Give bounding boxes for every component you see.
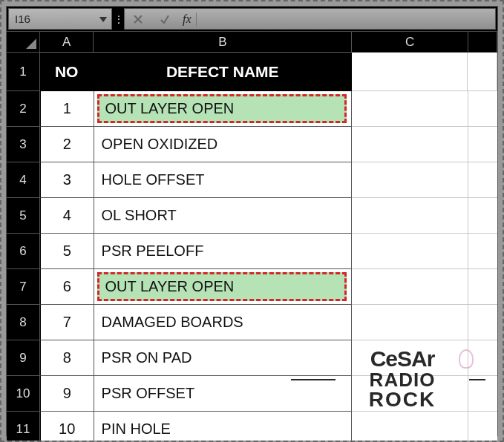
empty-cell[interactable] <box>352 53 468 91</box>
row-number[interactable]: 2 <box>7 91 40 127</box>
empty-cell[interactable] <box>352 198 468 234</box>
duplicate-highlight: OUT LAYER OPEN <box>97 94 347 123</box>
empty-cell[interactable] <box>468 412 498 442</box>
formula-confirm-button[interactable] <box>151 9 178 29</box>
table-row: 65PSR PEELOFF <box>7 234 497 269</box>
column-header-C[interactable]: C <box>352 32 468 53</box>
column-header-A[interactable]: A <box>40 32 94 53</box>
no-cell[interactable]: 1 <box>40 91 94 127</box>
empty-cell[interactable] <box>468 127 498 162</box>
table-row: 76OUT LAYER OPEN <box>7 269 497 305</box>
table-row: 109PSR OFFSET <box>7 376 497 412</box>
empty-cell[interactable] <box>352 127 468 162</box>
empty-cell[interactable] <box>352 376 468 412</box>
table-row: 21OUT LAYER OPEN <box>7 91 497 127</box>
table-row: 1110PIN HOLE <box>7 412 497 442</box>
no-cell[interactable]: 10 <box>40 412 94 442</box>
no-cell[interactable]: 6 <box>40 269 94 305</box>
row-number[interactable]: 6 <box>7 234 40 269</box>
spreadsheet-app: I16 ⋮ fx A B C 1NODEFECT NAME21OUT LAYER… <box>6 6 498 436</box>
defect-name-cell[interactable]: HOLE OFFSET <box>94 162 353 198</box>
defect-name-cell[interactable]: PIN HOLE <box>94 412 353 442</box>
row-number[interactable]: 7 <box>7 269 40 305</box>
empty-cell[interactable] <box>468 340 498 376</box>
empty-cell[interactable] <box>468 198 498 234</box>
empty-cell[interactable] <box>468 91 498 127</box>
empty-cell[interactable] <box>352 305 468 340</box>
formula-input[interactable] <box>197 9 495 29</box>
row-number[interactable]: 5 <box>7 198 40 234</box>
column-header-row: A B C <box>7 32 497 53</box>
empty-cell[interactable] <box>352 340 468 376</box>
column-header-B[interactable]: B <box>94 32 352 53</box>
name-box-value: I16 <box>15 13 30 25</box>
table-header-row: 1NODEFECT NAME <box>7 53 497 91</box>
empty-cell[interactable] <box>468 234 498 269</box>
formula-bar: I16 ⋮ fx <box>7 7 497 32</box>
column-header-D[interactable] <box>468 32 497 53</box>
table-row: 98PSR ON PAD <box>7 340 497 376</box>
row-number[interactable]: 4 <box>7 162 40 198</box>
empty-cell[interactable] <box>468 376 498 412</box>
no-cell[interactable]: 2 <box>40 127 94 162</box>
worksheet-grid[interactable]: A B C 1NODEFECT NAME21OUT LAYER OPEN32OP… <box>7 32 497 435</box>
row-number[interactable]: 10 <box>7 376 40 412</box>
name-box-dropdown-icon[interactable] <box>98 14 108 24</box>
name-box[interactable]: I16 <box>8 8 112 30</box>
no-cell[interactable]: 3 <box>40 162 94 198</box>
defect-name-cell[interactable]: OL SHORT <box>94 198 353 234</box>
table-row: 54OL SHORT <box>7 198 497 234</box>
no-cell[interactable]: 9 <box>40 376 94 412</box>
empty-cell[interactable] <box>468 269 498 305</box>
no-cell[interactable]: 5 <box>40 234 94 269</box>
header-defect-name-cell[interactable]: DEFECT NAME <box>94 53 353 91</box>
defect-name-cell[interactable]: PSR PEELOFF <box>94 234 353 269</box>
formula-input-group: fx <box>124 8 496 30</box>
duplicate-highlight: OUT LAYER OPEN <box>97 272 347 301</box>
empty-cell[interactable] <box>352 91 468 127</box>
defect-name-cell[interactable]: OPEN OXIDIZED <box>94 127 353 162</box>
fx-label[interactable]: fx <box>178 13 197 26</box>
no-cell[interactable]: 7 <box>40 305 94 340</box>
empty-cell[interactable] <box>352 234 468 269</box>
row-number[interactable]: 9 <box>7 340 40 376</box>
header-no-cell[interactable]: NO <box>40 53 94 91</box>
empty-cell[interactable] <box>468 53 497 91</box>
empty-cell[interactable] <box>352 162 468 198</box>
no-cell[interactable]: 8 <box>40 340 94 376</box>
defect-name-cell[interactable]: PSR ON PAD <box>94 340 353 376</box>
toolbar-divider: ⋮ <box>114 7 124 31</box>
table-row: 43HOLE OFFSET <box>7 162 497 198</box>
row-number[interactable]: 1 <box>7 53 40 91</box>
defect-name-cell[interactable]: DAMAGED BOARDS <box>94 305 353 340</box>
empty-cell[interactable] <box>468 305 498 340</box>
defect-name-cell[interactable]: OUT LAYER OPEN <box>94 91 353 127</box>
defect-name-cell[interactable]: PSR OFFSET <box>94 376 353 412</box>
select-all-corner[interactable] <box>7 32 40 53</box>
defect-name-cell[interactable]: OUT LAYER OPEN <box>94 269 353 305</box>
formula-cancel-button[interactable] <box>125 9 151 29</box>
row-number[interactable]: 11 <box>7 412 40 442</box>
empty-cell[interactable] <box>352 412 468 442</box>
table-row: 32OPEN OXIDIZED <box>7 127 497 162</box>
empty-cell[interactable] <box>468 162 498 198</box>
empty-cell[interactable] <box>352 269 468 305</box>
no-cell[interactable]: 4 <box>40 198 94 234</box>
table-row: 87DAMAGED BOARDS <box>7 305 497 340</box>
row-number[interactable]: 8 <box>7 305 40 340</box>
row-number[interactable]: 3 <box>7 127 40 162</box>
